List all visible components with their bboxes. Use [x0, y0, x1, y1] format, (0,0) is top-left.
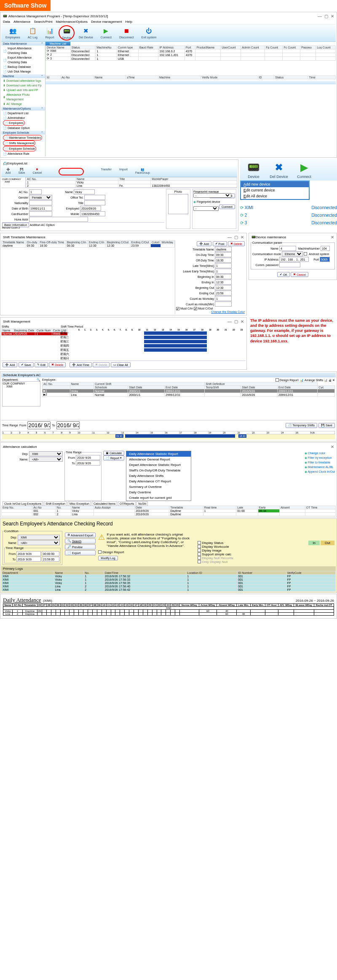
sidebar-attendance-photo-management[interactable]: ⬇Attendance Photo Management — [3, 92, 43, 102]
machine-list-tab[interactable]: Machine List — [45, 42, 70, 46]
device-button[interactable]: 📟Device — [242, 160, 265, 179]
sidebar-attendance-rule[interactable]: 📄Attendance Rule — [3, 151, 43, 156]
del-device-button[interactable]: ✖Del Device — [267, 160, 291, 179]
report-5[interactable]: Daily Attendance OT Report — [126, 479, 191, 484]
calc-grid[interactable]: Emp No.Ac-NoNo.NameAuto-AssignDateTimeta… — [1, 506, 336, 516]
report-0[interactable]: Daily Attendance Statistic Report — [126, 451, 191, 457]
device-button[interactable]: 📟Device — [59, 25, 75, 40]
device-dropdown-menu[interactable]: Add new deviceEdit current deviceEdit Al… — [240, 180, 310, 200]
report-button[interactable]: 📊Report — [42, 25, 58, 40]
calc-window: Attendance calculation✕ Dep:XIMI Name:<A… — [0, 442, 337, 517]
calculate-button[interactable]: 🖩 Calculate — [103, 451, 124, 455]
disconnect-button[interactable]: ⏹Disconnect — [116, 25, 137, 40]
save-button[interactable]: 💾Save — [15, 167, 28, 176]
daily-table: NameAC-NoTimetable2627282930010203040506… — [3, 603, 334, 616]
facegroup-button[interactable]: 👥FaceGroup — [132, 167, 153, 176]
search-window: Search Employee's Attendance Checking Re… — [0, 518, 337, 593]
menu-Search/Print[interactable]: Search/Print — [34, 20, 52, 24]
sidebar-ac-manage[interactable]: ⬇AC Manage — [3, 102, 43, 106]
daily-report: Daily Attendance (XIMI) 2016-09-26 ~ 201… — [0, 594, 337, 619]
report-8[interactable]: Create report for current grid — [126, 495, 191, 501]
window-controls[interactable]: —▢✕ — [318, 14, 334, 19]
employee-grid[interactable]: AC No.NameTitleMobilePager1Vicky2LinaFe.… — [26, 177, 237, 188]
sidebar-download-attendance-logs[interactable]: ⬇Download attendance logs — [3, 78, 43, 83]
sidebar-usb-disk-manage[interactable]: 📄Usb Disk Manage — [3, 69, 43, 74]
titlebar: 📟 Attendance Management Program - [Temp-… — [1, 13, 336, 19]
sidebar-employee-schedule[interactable]: 📄Employee Schedule — [3, 146, 36, 151]
sidebar-shifts-management[interactable]: 📄Shifts Management — [3, 140, 35, 146]
del-device-button[interactable]: ✖Del Device — [75, 25, 96, 40]
sidebar-maintenance-timetables[interactable]: 📄Maintenance Timetables — [3, 135, 42, 140]
sidebar-export-attendance-checking-data[interactable]: 📄Export Attendance Checking Data — [3, 55, 43, 65]
sidebar[interactable]: Data Maintenance ⌃📄Import Attendance Che… — [1, 42, 45, 156]
post-button[interactable]: ✔ Post — [213, 241, 227, 246]
ac-log-button[interactable]: 📋AC Log — [24, 25, 41, 40]
sidebar-backup-database[interactable]: 📄Backup Database — [3, 65, 43, 69]
menu-Data[interactable]: Data — [3, 20, 10, 24]
menu-Help[interactable]: Help — [125, 20, 132, 24]
report-6[interactable]: Summary of Overtime — [126, 484, 191, 490]
employees-button[interactable]: 👥Employees — [2, 25, 24, 40]
menu-Maintenance/Options[interactable]: Maintenance/Options — [56, 20, 88, 24]
device-maint-window: 📟 Device maintenance✕ Communication para… — [249, 233, 337, 280]
sidebar-upload-user-info-and-fp[interactable]: ⬇Upload user info and FP — [3, 88, 43, 92]
ip-note: The IP address must the same as your dev… — [249, 316, 337, 371]
delete-button[interactable]: ✖ Delete — [228, 241, 245, 246]
app-icon: 📟 — [3, 14, 7, 18]
main-toolbar: 👥Employees📋AC Log📊Report📟Device✖Del Devi… — [1, 24, 336, 42]
add-button[interactable]: ➕Add — [2, 167, 14, 176]
sidebar-administrator[interactable]: 📄Administrator — [3, 116, 43, 120]
cancel-button[interactable]: ✖Cancel — [29, 167, 45, 176]
schedule-ac-window: Schedule Employee's AC Department: 🔍 OUR… — [0, 372, 337, 442]
main-window: 📟 Attendance Management Program - [Temp-… — [0, 12, 337, 158]
menu-edit-all-device[interactable]: Edit All device — [241, 193, 309, 199]
menubar[interactable]: DataAttendanceSearch/PrintMaintenance/Op… — [1, 19, 336, 24]
sidebar-employees[interactable]: 📄Employees — [3, 120, 25, 126]
ok-button[interactable]: ✔ OK — [277, 272, 290, 277]
menu-Device management[interactable]: Device management — [91, 20, 122, 24]
exit-system-button[interactable]: ⏻Exit system — [138, 25, 160, 40]
report-4[interactable]: Daily Attendance Shifts — [126, 473, 191, 479]
gender-select[interactable]: Female — [29, 195, 52, 200]
report-1[interactable]: Attendance General Report — [126, 457, 191, 462]
employee-list-window: 📇EmployeeList ➕Add 💾Save ✖Cancel Transfe… — [0, 159, 238, 231]
window-title: Attendance Management Program - [Temp-Su… — [8, 14, 108, 18]
sidebar-download-user-info-and-fp[interactable]: ⬇Download user info and Fp — [3, 83, 43, 88]
sidebar-database-option[interactable]: 📄Database Option — [3, 126, 43, 130]
search-grid[interactable]: DepartmentNameNo.Date/TimeLocation IDID … — [1, 571, 336, 592]
sidebar-import-attendance-checking-data[interactable]: 📄Import Attendance Checking Data — [3, 46, 43, 55]
cancel-button[interactable]: ✖ Cancel — [291, 272, 308, 277]
machine-grid[interactable]: Device NameStatusMachineNuComm typeBaud … — [45, 46, 336, 61]
device-zoom-panel: 📟Device✖Del Device▶Connect Add new devic… — [240, 159, 337, 232]
acno-field[interactable] — [29, 189, 42, 194]
report-3[interactable]: Staff's On-Duty/Off-Duty Timetable — [126, 468, 191, 473]
add-button[interactable]: ➕ Add — [197, 241, 211, 246]
sidebar-department-list[interactable]: 📄Department List — [3, 111, 43, 116]
menu-edit-current-device[interactable]: Edit current device — [241, 187, 309, 193]
report-7[interactable]: Daily Overtime — [126, 490, 191, 495]
report-menu[interactable]: Daily Attendance Statistic ReportAttenda… — [126, 451, 191, 501]
change-color-link[interactable]: Change the Display Color — [176, 310, 245, 313]
report-2[interactable]: Depart Attendance Statistic Report — [126, 462, 191, 468]
menu-add-new-device[interactable]: Add new device — [241, 181, 309, 187]
shift-timetable-window: Shift Timetable Maintenance—▢✕ Timetable… — [0, 233, 247, 315]
connect-button[interactable]: ▶Connect — [292, 160, 316, 179]
connect-button[interactable]: ▶Connect — [97, 25, 115, 40]
schedule-grid[interactable]: AC No.NameCurrent ShiftShift DefinitionS… — [42, 382, 335, 397]
report-button[interactable]: 📄 Report ▾ — [103, 455, 124, 460]
menu-Attendance[interactable]: Attendance — [13, 20, 30, 24]
lower-grid[interactable]: IdAc-NoNamesTimeMachineVerify ModeIDStat… — [45, 75, 336, 79]
name-field[interactable] — [74, 189, 95, 194]
search-button[interactable]: 🔍 Search — [65, 538, 96, 544]
shift-mgmt-window: Shift Management—▢✕ Shifts NameBeginning… — [0, 317, 247, 370]
banner: Software Show — [0, 0, 51, 11]
